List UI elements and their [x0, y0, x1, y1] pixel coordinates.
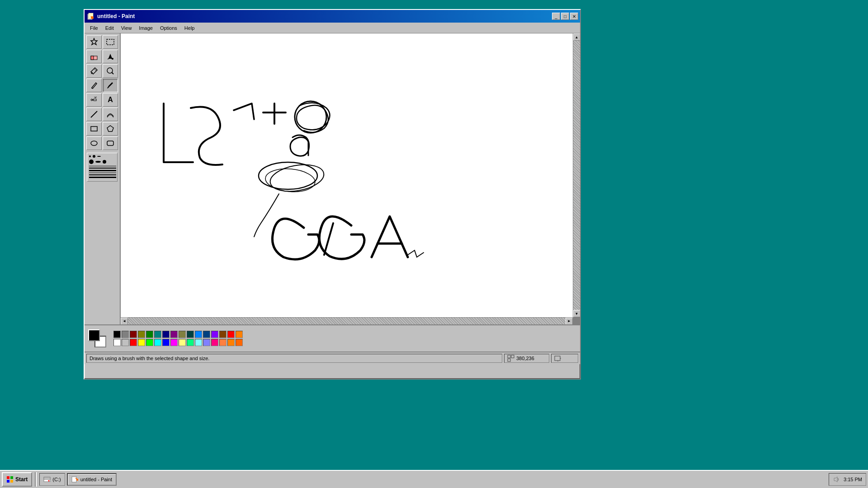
start-button[interactable]: Start: [2, 472, 32, 487]
canvas-container[interactable]: ▲ ▼ ◄ ►: [121, 33, 580, 324]
color-lightcyan[interactable]: [195, 339, 202, 346]
color-purple[interactable]: [170, 331, 178, 338]
color-cyan[interactable]: [154, 339, 161, 346]
taskbar-clock-area: 3:15 PM: [829, 473, 866, 486]
tool-rect[interactable]: [86, 122, 102, 136]
color-white[interactable]: [113, 339, 121, 346]
tool-zoom[interactable]: [103, 64, 118, 78]
color-blue[interactable]: [162, 339, 170, 346]
taskbar-divider: [35, 472, 37, 487]
scrollbar-bottom: ◄ ►: [121, 317, 573, 324]
scroll-track-horizontal[interactable]: [128, 318, 566, 325]
color-darkred[interactable]: [130, 331, 137, 338]
scroll-down-arrow[interactable]: ▼: [573, 310, 580, 317]
tool-text[interactable]: A: [103, 93, 118, 107]
tool-line[interactable]: [86, 108, 102, 121]
tool-polygon[interactable]: [103, 122, 118, 136]
color-teal[interactable]: [154, 331, 161, 338]
size-icon: [554, 355, 561, 362]
menu-file[interactable]: File: [86, 24, 102, 32]
stroke-1px[interactable]: [89, 166, 116, 166]
drive-button[interactable]: (C:): [39, 473, 65, 486]
maximize-button[interactable]: □: [561, 13, 569, 20]
menu-help[interactable]: Help: [181, 24, 198, 32]
color-blue2[interactable]: [195, 331, 202, 338]
svg-point-17: [95, 96, 96, 97]
speaker-icon: [833, 476, 840, 483]
color-area: [85, 324, 580, 352]
canvas-area[interactable]: [121, 33, 573, 317]
taskbar: Start (C:) untitled - Paint 3:15 PM: [0, 470, 868, 488]
color-olive[interactable]: [138, 331, 145, 338]
menu-edit[interactable]: Edit: [102, 24, 118, 32]
color-lightblue[interactable]: [203, 339, 210, 346]
color-darkorange[interactable]: [236, 339, 243, 346]
tool-picker[interactable]: [86, 64, 102, 78]
tool-airbrush[interactable]: [86, 93, 102, 107]
color-red2[interactable]: [130, 339, 137, 346]
color-lightyellow[interactable]: [179, 339, 186, 346]
svg-rect-35: [10, 476, 13, 479]
stroke-2px[interactable]: [89, 168, 116, 169]
color-orange2[interactable]: [236, 331, 243, 338]
tool-rect-select[interactable]: [103, 35, 118, 49]
drawing-canvas[interactable]: [121, 33, 573, 317]
color-red[interactable]: [227, 331, 235, 338]
color-navy[interactable]: [162, 331, 170, 338]
close-button[interactable]: ✕: [570, 13, 578, 20]
drive-icon: [43, 476, 51, 483]
color-magenta[interactable]: [170, 339, 178, 346]
svg-marker-20: [107, 126, 113, 131]
tool-curve[interactable]: [103, 108, 118, 121]
color-lime[interactable]: [146, 339, 153, 346]
foreground-color[interactable]: [88, 329, 100, 341]
paint-taskbar-label: untitled - Paint: [80, 477, 112, 482]
scroll-track-vertical[interactable]: [573, 41, 580, 310]
paint-taskbar-button[interactable]: untitled - Paint: [67, 473, 117, 486]
color-orange[interactable]: [227, 339, 235, 346]
color-pink[interactable]: [211, 339, 218, 346]
clock-display: 3:15 PM: [844, 477, 862, 482]
svg-rect-34: [7, 476, 9, 479]
color-gray[interactable]: [122, 331, 129, 338]
menu-image[interactable]: Image: [135, 24, 156, 32]
scroll-left-arrow[interactable]: ◄: [121, 318, 128, 325]
title-bar: untitled - Paint _ □ ✕: [85, 10, 580, 23]
svg-rect-12: [94, 99, 96, 101]
color-yellow[interactable]: [138, 339, 145, 346]
brush-size-large[interactable]: [89, 160, 94, 164]
menu-view[interactable]: View: [118, 24, 136, 32]
color-darkteal[interactable]: [187, 331, 194, 338]
svg-rect-39: [44, 477, 50, 479]
color-violet[interactable]: [211, 331, 218, 338]
brush-size-wide2[interactable]: [95, 161, 101, 163]
color-darkgreen[interactable]: [146, 331, 153, 338]
brush-size-medium[interactable]: [93, 155, 95, 158]
color-lightgreen[interactable]: [187, 339, 194, 346]
tool-eraser[interactable]: [86, 50, 102, 63]
color-darkblue[interactable]: [203, 331, 210, 338]
color-silver[interactable]: [122, 339, 129, 346]
color-salmon[interactable]: [219, 339, 226, 346]
tool-free-select[interactable]: [86, 35, 102, 49]
scroll-right-arrow[interactable]: ►: [566, 318, 573, 325]
color-black[interactable]: [113, 331, 121, 338]
brush-size-small[interactable]: [89, 155, 91, 157]
stroke-line2: [89, 173, 116, 173]
tool-pencil[interactable]: [86, 79, 102, 92]
scroll-up-arrow[interactable]: ▲: [573, 33, 580, 41]
color-olive2[interactable]: [179, 331, 186, 338]
menu-options[interactable]: Options: [156, 24, 181, 32]
tool-rounded-rect[interactable]: [103, 136, 118, 150]
stroke-3px[interactable]: [89, 170, 116, 171]
tool-fill[interactable]: [103, 50, 118, 63]
color-palette: [113, 331, 243, 346]
minimize-button[interactable]: _: [552, 13, 560, 20]
brush-size-xl[interactable]: [103, 160, 106, 164]
svg-rect-5: [107, 39, 114, 45]
color-brown[interactable]: [219, 331, 226, 338]
brush-size-wide[interactable]: [97, 156, 101, 157]
svg-point-15: [96, 97, 97, 98]
tool-brush[interactable]: [103, 79, 118, 92]
tool-ellipse[interactable]: [86, 136, 102, 150]
